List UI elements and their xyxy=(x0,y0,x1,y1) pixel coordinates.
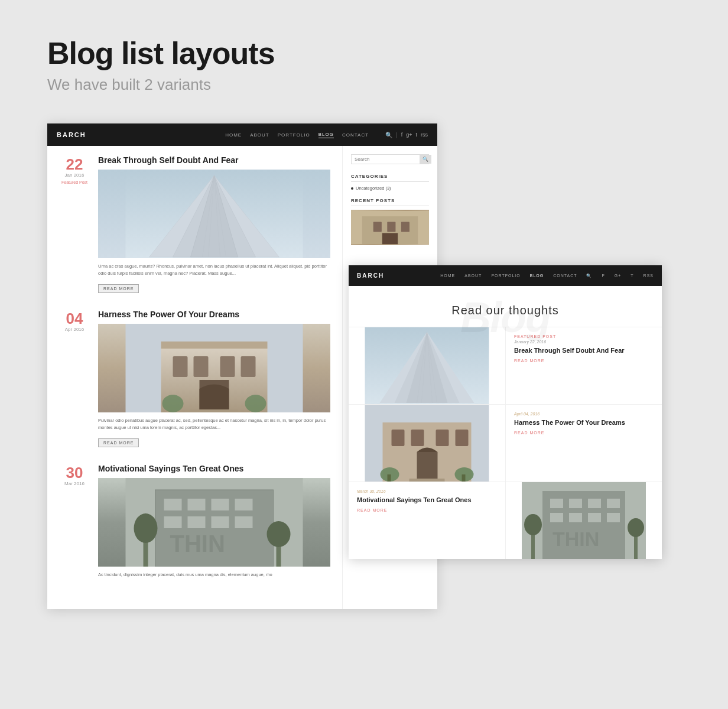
l2-search-icon[interactable]: 🔍 xyxy=(586,274,592,278)
svg-rect-23 xyxy=(188,499,206,510)
post-day-3: 30 xyxy=(59,465,90,480)
svg-rect-40 xyxy=(382,233,398,244)
svg-rect-54 xyxy=(456,430,469,446)
layout1-nav-icons: 🔍 | f g+ t rss xyxy=(385,132,428,138)
svg-rect-70 xyxy=(607,513,620,522)
read-more-btn-2[interactable]: READ MORE xyxy=(98,438,139,447)
l2-rss-icon[interactable]: rss xyxy=(644,274,654,278)
svg-point-75 xyxy=(628,518,644,537)
layout1-main: 22 Jan 2016 Featured Post Break Through … xyxy=(47,146,343,609)
grid-title-2: Harness The Power Of Your Dreams xyxy=(514,418,654,427)
post-featured-1[interactable]: Featured Post xyxy=(59,180,90,184)
grid-date-2: April 04, 2016 xyxy=(514,412,654,416)
post-excerpt-2: Pulvinar odio penatibus augue placerat a… xyxy=(98,417,330,431)
grid-readmore-1[interactable]: READ MORE xyxy=(514,359,654,363)
layout2-navbar: BARCH HOME ABOUT PORTFOLIO BLOG CONTACT … xyxy=(349,265,662,286)
svg-rect-66 xyxy=(607,499,620,508)
grid-title-1: Break Through Self Doubt And Fear xyxy=(514,346,654,355)
post-image-3: THIN xyxy=(98,478,330,567)
l2-nav-about[interactable]: ABOUT xyxy=(464,274,482,278)
grid-readmore-2[interactable]: READ MORE xyxy=(514,431,654,435)
svg-point-73 xyxy=(524,514,542,535)
category-name: Uncategorized (3) xyxy=(356,186,391,191)
search-button[interactable]: 🔍 xyxy=(420,155,431,164)
grid-date-3: March 30, 2016 xyxy=(357,489,497,493)
gplus-icon[interactable]: g+ xyxy=(406,132,412,138)
l2-twitter-icon[interactable]: t xyxy=(630,274,633,278)
svg-rect-60 xyxy=(462,474,466,482)
svg-text:THIN: THIN xyxy=(552,528,599,550)
post-image-1 xyxy=(98,170,330,258)
svg-rect-64 xyxy=(569,499,582,508)
svg-rect-63 xyxy=(550,499,563,508)
hero-bg-text: Blog xyxy=(460,293,550,342)
post-content-2: Harness The Power Of Your Dreams xyxy=(98,310,330,447)
post-month-1: Jan 2016 xyxy=(59,173,90,178)
svg-rect-68 xyxy=(569,513,582,522)
layout1-logo: BARCH xyxy=(57,131,86,138)
svg-rect-56 xyxy=(410,479,445,482)
svg-rect-16 xyxy=(191,409,238,412)
grid-readmore-3[interactable]: READ MORE xyxy=(357,508,497,512)
l2-facebook-icon[interactable]: f xyxy=(602,274,604,278)
l2-nav-portfolio[interactable]: PORTFOLIO xyxy=(491,274,520,278)
svg-rect-37 xyxy=(373,222,382,232)
layout2-logo: BARCH xyxy=(357,272,384,279)
svg-rect-69 xyxy=(588,513,601,522)
svg-rect-65 xyxy=(588,499,601,508)
nav-link-about[interactable]: ABOUT xyxy=(250,132,269,138)
search-icon[interactable]: 🔍 xyxy=(385,132,392,138)
svg-rect-55 xyxy=(417,452,438,482)
layout1-nav-links: HOME ABOUT PORTFOLIO BLOG CONTACT xyxy=(225,132,369,138)
grid-post-image-2 xyxy=(349,405,505,482)
category-uncategorized[interactable]: Uncategorized (3) xyxy=(351,186,429,191)
post-date-block-1: 22 Jan 2016 Featured Post xyxy=(59,155,90,293)
svg-rect-59 xyxy=(388,474,391,482)
nav-link-blog[interactable]: BLOG xyxy=(318,132,334,138)
layout1-navbar: BARCH HOME ABOUT PORTFOLIO BLOG CONTACT … xyxy=(47,123,437,146)
l2-nav-blog[interactable]: BLOG xyxy=(530,274,544,278)
l2-gplus-icon[interactable]: g+ xyxy=(615,274,622,278)
svg-rect-26 xyxy=(164,516,182,528)
grid-post-text-3: March 30, 2016 Motivational Sayings Ten … xyxy=(349,482,505,559)
l2-nav-home[interactable]: HOME xyxy=(440,274,455,278)
svg-rect-22 xyxy=(164,499,182,510)
nav-link-home[interactable]: HOME xyxy=(225,132,242,138)
post-date-block-2: 04 Apr 2016 xyxy=(59,310,90,447)
rss-icon[interactable]: rss xyxy=(421,132,428,138)
layout2-hero: Blog Read our thoughts xyxy=(349,286,662,327)
l2-nav-contact[interactable]: CONTACT xyxy=(553,274,577,278)
post-day-2: 04 xyxy=(59,311,90,326)
nav-link-portfolio[interactable]: PORTFOLIO xyxy=(278,132,310,138)
facebook-icon[interactable]: f xyxy=(401,132,403,138)
categories-title: CATEGORIES xyxy=(351,174,429,182)
svg-rect-24 xyxy=(212,499,229,510)
svg-rect-11 xyxy=(194,356,209,377)
svg-rect-39 xyxy=(401,222,410,232)
svg-rect-15 xyxy=(161,342,268,349)
nav-link-contact[interactable]: CONTACT xyxy=(342,132,369,138)
page-title: Blog list layouts xyxy=(47,35,681,71)
svg-rect-51 xyxy=(392,430,405,446)
grid-post-image-3: THIN xyxy=(505,482,662,559)
hero-title: Read our thoughts xyxy=(360,304,650,317)
post-content-1: Break Through Self Doubt And Fear xyxy=(98,155,330,293)
post-entry-2: 04 Apr 2016 Harness The Power Of Your Dr… xyxy=(59,310,330,447)
post-image-2 xyxy=(98,324,330,412)
svg-text:THIN: THIN xyxy=(170,531,225,557)
post-date-block-3: 30 Mar 2016 xyxy=(59,464,90,583)
layouts-container: BARCH HOME ABOUT PORTFOLIO BLOG CONTACT … xyxy=(47,123,681,608)
search-input[interactable] xyxy=(352,155,420,164)
svg-point-32 xyxy=(134,513,158,543)
svg-point-18 xyxy=(245,395,266,412)
svg-rect-29 xyxy=(235,516,253,528)
twitter-icon[interactable]: t xyxy=(415,132,417,138)
grid-title-3: Motivational Sayings Ten Great Ones xyxy=(357,496,497,505)
svg-rect-28 xyxy=(212,516,229,528)
recent-post-thumb-1[interactable] xyxy=(351,210,429,245)
post-title-1: Break Through Self Doubt And Fear xyxy=(98,155,330,165)
post-excerpt-1: Urna ac cras augue, mauris? Rhoncus, pul… xyxy=(98,263,330,277)
read-more-btn-1[interactable]: READ MORE xyxy=(98,284,139,293)
post-entry-1: 22 Jan 2016 Featured Post Break Through … xyxy=(59,155,330,293)
svg-point-17 xyxy=(162,395,184,412)
